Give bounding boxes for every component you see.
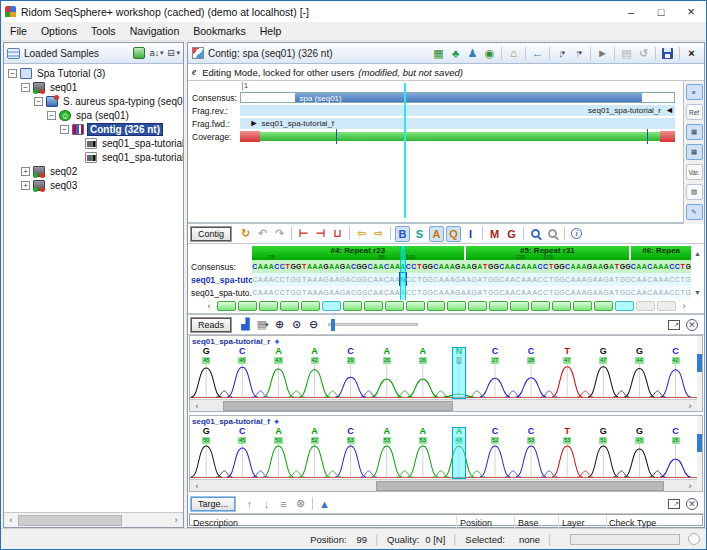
scroll-segment[interactable]	[217, 301, 236, 311]
revert-icon[interactable]: ↺	[636, 45, 651, 61]
jump-right-icon[interactable]: ⇨	[371, 226, 386, 242]
sample-tree-icon[interactable]: ♣	[448, 45, 463, 61]
tree-expander-icon[interactable]: +	[21, 167, 30, 176]
tree-hscroll-thumb[interactable]	[18, 515, 122, 526]
tree-expander-icon[interactable]: −	[60, 125, 69, 134]
trace-canvas[interactable]: G45C46A43A42C29A26A26N0C27C28T47G47G44C4…	[190, 347, 697, 399]
frag-rev-bar[interactable]: seq01_spa-tutorial_r ◄	[240, 105, 675, 116]
scroll-segment[interactable]	[343, 301, 362, 311]
scroll-segment[interactable]	[447, 301, 466, 311]
repeat-annotation[interactable]: #4: Repeat r23	[252, 246, 464, 260]
trace-hscrollbar[interactable]: ‹›	[190, 399, 697, 411]
trace-hscroll-thumb[interactable]	[376, 481, 663, 491]
scroll-right-icon[interactable]: ›	[169, 515, 183, 525]
tree-item[interactable]: +seq03	[4, 178, 183, 192]
tree-hscrollbar[interactable]: ‹ ›	[4, 512, 183, 527]
clear-icon[interactable]: ⊗	[293, 496, 308, 512]
trim-left-icon[interactable]: ⊢	[296, 226, 311, 242]
scroll-segment[interactable]	[427, 301, 446, 311]
home-icon[interactable]: ⌂	[506, 45, 521, 61]
detach-target-icon[interactable]: ↗	[668, 499, 680, 509]
save-icon[interactable]	[660, 45, 675, 61]
submit-icon[interactable]: ►	[595, 45, 610, 61]
scroll-segment[interactable]	[385, 301, 404, 311]
menu-tools[interactable]: Tools	[84, 23, 123, 39]
scroll-segment[interactable]	[657, 301, 676, 311]
tree-item[interactable]: −☺spa (seq01)	[4, 108, 183, 122]
overview-panel-icon[interactable]: ≡	[686, 84, 703, 100]
tree-expander-icon[interactable]: −	[8, 69, 17, 78]
collapse-tree-icon-caret[interactable]: ▾	[176, 49, 180, 57]
next-result-up-icon-caret[interactable]: ▾	[578, 49, 582, 57]
reference-panel-icon[interactable]: Ref	[686, 104, 703, 120]
zoom-reset-icon[interactable]: ⊙	[289, 317, 304, 333]
contig-overview[interactable]: 1 Consensus: spa (seq01) Frag.rev.:	[188, 81, 683, 224]
frag-fwd-bar[interactable]: ► seq01_spa-tutorial_f	[240, 118, 675, 129]
sort-samples-icon-caret[interactable]: ▾	[160, 49, 164, 57]
scroll-segment[interactable]	[238, 301, 257, 311]
consensus-cells-icon[interactable]: ▦	[686, 124, 703, 140]
tree-expander-icon[interactable]: −	[34, 97, 43, 106]
trace-hscroll-thumb[interactable]	[223, 401, 453, 411]
trim-right-icon[interactable]: ⊣	[313, 226, 328, 242]
edit-m-icon[interactable]: M	[487, 226, 502, 242]
tree-item[interactable]: −S. aureus spa-typing (seq01)	[4, 94, 183, 108]
menu-bookmarks[interactable]: Bookmarks	[186, 23, 253, 39]
scroll-segment[interactable]	[364, 301, 383, 311]
redo-icon[interactable]: ↷	[272, 226, 287, 242]
annotation-pen-icon[interactable]: ✎	[686, 204, 703, 220]
edit-a-icon[interactable]: A	[429, 226, 444, 242]
reads-section-button[interactable]: Reads	[191, 318, 231, 332]
detach-reads-icon[interactable]: ↗	[668, 320, 680, 330]
tree-item[interactable]: −Contig (326 nt)	[4, 122, 183, 136]
move-up-icon[interactable]: ↑	[242, 496, 257, 512]
scroll-segment[interactable]	[280, 301, 299, 311]
move-down-icon[interactable]: ↓	[259, 496, 274, 512]
trace-canvas[interactable]: G50C45A50A52C53A53A53A48C52C53T53G51G43C…	[190, 427, 697, 479]
contig-section-button[interactable]: Contig	[191, 227, 231, 241]
search-off-icon[interactable]	[545, 226, 560, 242]
import-samples-icon[interactable]	[133, 46, 146, 61]
zoom-out-icon[interactable]: ⊖	[306, 317, 321, 333]
consensus-overview-bar[interactable]: spa (seq01)	[240, 92, 675, 103]
repeat-annotation[interactable]: #6: Repea	[631, 246, 691, 260]
edit-q-icon[interactable]: Q	[446, 226, 461, 242]
trace-hscrollbar[interactable]: ‹›	[190, 479, 697, 491]
scroll-segment[interactable]	[301, 301, 320, 311]
trace-vscrollbar[interactable]	[697, 416, 702, 491]
filter-icon[interactable]: ≡	[276, 496, 291, 512]
target-section-button[interactable]: Targe...	[191, 497, 235, 511]
tree-item[interactable]: seq01_spa-tutorial_f (3	[4, 150, 183, 164]
zoom-in-icon[interactable]: ⊕	[272, 317, 287, 333]
user-task-icon[interactable]: ♟	[465, 45, 480, 61]
minimize-button[interactable]: –	[616, 1, 646, 22]
print-icon[interactable]: ▤	[619, 45, 634, 61]
jump-left-icon[interactable]: ⇦	[354, 226, 369, 242]
edit-base-icon[interactable]: B	[395, 226, 410, 242]
image-panel-icon[interactable]: ▨	[686, 184, 703, 200]
scroll-segment[interactable]	[636, 301, 655, 311]
tree-expander-icon[interactable]: −	[21, 83, 30, 92]
trace-vscrollbar[interactable]	[697, 336, 702, 411]
tree-item[interactable]: seq01_spa-tutorial_r (3	[4, 136, 183, 150]
scroll-segment[interactable]	[594, 301, 613, 311]
edit-s-icon[interactable]: S	[412, 226, 427, 242]
read-rev-sequence[interactable]: CAAACCTGGTAAAGAAGACGGCAACAANCCTGGCAAAGAA…	[252, 273, 691, 286]
menu-file[interactable]: File	[3, 23, 34, 39]
read-fwd-sequence[interactable]: CAAACCTGGTAAAGAAGACGGCAACAAACCTGGCAAAGAA…	[252, 286, 691, 299]
tree-item[interactable]: −Spa Tutorial (3)	[4, 66, 183, 80]
maximize-button[interactable]: □	[646, 1, 676, 22]
next-result-up-icon[interactable]: ↑▾	[571, 45, 586, 61]
scroll-segment[interactable]	[468, 301, 487, 311]
scroll-segment[interactable]	[406, 301, 425, 311]
close-button[interactable]: ×	[676, 1, 706, 22]
alignment-area[interactable]: #4: Repeat r23#5: Repeat r31#6: Repea759…	[188, 244, 704, 315]
scroll-right-icon[interactable]: ›	[683, 481, 697, 491]
chart-icon[interactable]: ▲	[317, 496, 332, 512]
next-result-down-icon-caret[interactable]: ▾	[561, 49, 565, 57]
qc-batch-icon[interactable]: ▦	[431, 45, 446, 61]
search-icon[interactable]	[528, 226, 543, 242]
scroll-segment[interactable]	[510, 301, 529, 311]
variants-panel-icon[interactable]: Var.	[686, 164, 703, 180]
trace-cells-icon[interactable]: ▦	[686, 144, 703, 160]
